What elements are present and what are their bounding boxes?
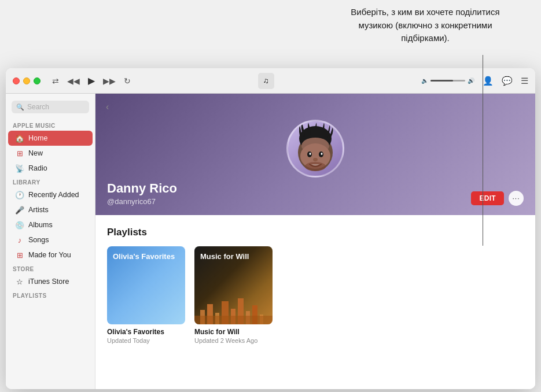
sidebar: 🔍 Search Apple Music 🏠 Home ⊞ New 📡 Radi… bbox=[6, 94, 95, 389]
songs-icon: ♪ bbox=[15, 235, 24, 245]
sidebar-item-new[interactable]: ⊞ New bbox=[8, 146, 93, 161]
prev-button[interactable]: ◀◀ bbox=[67, 76, 80, 86]
svg-point-8 bbox=[313, 158, 318, 161]
profile-handle: @dannyrico67 bbox=[107, 197, 177, 206]
sidebar-item-made-for-you[interactable]: ⊞ Made for You bbox=[8, 247, 93, 262]
titlebar-center: ♫ bbox=[258, 73, 284, 89]
main-window: ⇄ ◀◀ ▶ ▶▶ ↻ ♫ 🔈 🔊 👤 💬 ☰ bbox=[6, 68, 535, 389]
sidebar-item-new-label: New bbox=[28, 149, 43, 157]
new-icon: ⊞ bbox=[15, 149, 24, 158]
volume-high-icon: 🔊 bbox=[468, 77, 474, 84]
svg-point-9 bbox=[305, 162, 326, 171]
person-icon[interactable]: 👤 bbox=[483, 76, 494, 86]
sidebar-item-radio[interactable]: 📡 Radio bbox=[8, 161, 93, 176]
search-placeholder: Search bbox=[27, 103, 49, 111]
volume-control[interactable]: 🔈 🔊 bbox=[421, 77, 474, 84]
minimize-button[interactable] bbox=[23, 77, 30, 84]
annotation-text: Виберіть, з ким ви хочете поділитися муз… bbox=[333, 0, 518, 51]
music-note-button[interactable]: ♫ bbox=[258, 73, 274, 89]
svg-rect-19 bbox=[194, 316, 273, 324]
playlists-section: Playlists Olivia's Favorites Olivia's Fa… bbox=[95, 215, 535, 356]
olivia-title-text: Olivia's Favorites bbox=[113, 252, 175, 262]
sidebar-item-radio-label: Radio bbox=[28, 164, 47, 172]
sidebar-item-artists[interactable]: 🎤 Artists bbox=[8, 202, 93, 217]
playlist-thumb-music: Music for Will bbox=[194, 246, 273, 324]
back-button[interactable]: ‹ bbox=[101, 99, 113, 114]
main-area: 🔍 Search Apple Music 🏠 Home ⊞ New 📡 Radi… bbox=[6, 94, 535, 389]
itunes-store-icon: ☆ bbox=[15, 277, 24, 286]
profile-avatar-container bbox=[286, 120, 344, 177]
volume-slider[interactable] bbox=[430, 80, 465, 82]
made-for-you-icon: ⊞ bbox=[15, 250, 24, 260]
sidebar-item-songs[interactable]: ♪ Songs bbox=[8, 232, 93, 247]
close-button[interactable] bbox=[13, 77, 20, 84]
playlists-grid: Olivia's Favorites Olivia's Favorites Up… bbox=[107, 246, 524, 344]
volume-fill bbox=[430, 80, 453, 82]
sidebar-item-home[interactable]: 🏠 Home bbox=[8, 131, 93, 146]
sidebar-item-albums[interactable]: 💿 Albums bbox=[8, 217, 93, 232]
profile-header: Danny Rico @dannyrico67 EDIT ··· bbox=[95, 94, 535, 215]
sidebar-item-recently-added-label: Recently Added bbox=[28, 191, 79, 199]
play-button[interactable]: ▶ bbox=[88, 75, 95, 86]
olivias-favorites-updated: Updated Today bbox=[107, 337, 185, 344]
city-lights-svg bbox=[194, 287, 273, 324]
svg-point-7 bbox=[321, 153, 323, 155]
traffic-lights bbox=[13, 77, 41, 84]
profile-name: Danny Rico bbox=[107, 181, 177, 196]
sidebar-item-albums-label: Albums bbox=[28, 221, 53, 229]
sidebar-item-home-label: Home bbox=[28, 134, 47, 142]
search-icon: 🔍 bbox=[16, 103, 24, 111]
sidebar-section-apple-music: Apple Music bbox=[6, 119, 95, 131]
ellipsis-icon: ··· bbox=[512, 194, 520, 202]
playlist-card-olivias-favorites[interactable]: Olivia's Favorites Olivia's Favorites Up… bbox=[107, 246, 185, 344]
sidebar-section-playlists: Playlists bbox=[6, 289, 95, 301]
sidebar-item-artists-label: Artists bbox=[28, 206, 49, 214]
music-for-will-name: Music for Will bbox=[194, 328, 273, 336]
more-button[interactable]: ··· bbox=[509, 191, 524, 206]
sidebar-item-itunes-store-label: iTunes Store bbox=[28, 278, 69, 286]
annotation-line bbox=[483, 55, 483, 246]
maximize-button[interactable] bbox=[34, 77, 41, 84]
sidebar-section-store: Store bbox=[6, 262, 95, 274]
profile-actions: EDIT ··· bbox=[471, 191, 524, 206]
playlists-title: Playlists bbox=[107, 227, 524, 238]
sidebar-section-library: Library bbox=[6, 176, 95, 187]
playlist-thumbnail-olivias-favorites: Olivia's Favorites bbox=[107, 246, 185, 324]
next-button[interactable]: ▶▶ bbox=[103, 76, 116, 86]
sidebar-item-recently-added[interactable]: 🕐 Recently Added bbox=[8, 187, 93, 202]
music-for-will-title-text: Music for Will bbox=[200, 252, 249, 262]
playlist-thumb-olivia: Olivia's Favorites bbox=[107, 246, 185, 324]
memoji-svg bbox=[289, 123, 341, 175]
volume-low-icon: 🔈 bbox=[421, 77, 428, 84]
titlebar: ⇄ ◀◀ ▶ ▶▶ ↻ ♫ 🔈 🔊 👤 💬 ☰ bbox=[6, 68, 535, 94]
repeat-button[interactable]: ↻ bbox=[124, 76, 131, 86]
sidebar-item-made-for-you-label: Made for You bbox=[28, 251, 71, 259]
sidebar-item-itunes-store[interactable]: ☆ iTunes Store bbox=[8, 274, 93, 289]
playlist-card-music-for-will[interactable]: Music for Will bbox=[194, 246, 273, 344]
recently-added-icon: 🕐 bbox=[15, 190, 24, 199]
content-pane: ‹ bbox=[95, 94, 535, 389]
music-for-will-updated: Updated 2 Weeks Ago bbox=[194, 337, 273, 344]
list-icon[interactable]: ☰ bbox=[521, 76, 528, 86]
speech-bubble-icon[interactable]: 💬 bbox=[502, 76, 513, 86]
radio-icon: 📡 bbox=[15, 164, 24, 173]
home-icon: 🏠 bbox=[15, 134, 24, 143]
avatar bbox=[286, 120, 344, 177]
titlebar-right: 🔈 🔊 👤 💬 ☰ bbox=[421, 76, 528, 86]
sidebar-item-songs-label: Songs bbox=[28, 236, 49, 244]
artists-icon: 🎤 bbox=[15, 205, 24, 215]
svg-point-6 bbox=[310, 153, 311, 155]
edit-button[interactable]: EDIT bbox=[471, 191, 504, 205]
shuffle-button[interactable]: ⇄ bbox=[52, 76, 59, 86]
profile-info: Danny Rico @dannyrico67 bbox=[107, 181, 177, 206]
albums-icon: 💿 bbox=[15, 220, 24, 230]
olivias-favorites-name: Olivia's Favorites bbox=[107, 328, 185, 336]
search-bar[interactable]: 🔍 Search bbox=[12, 101, 89, 113]
playlist-thumbnail-music-for-will: Music for Will bbox=[194, 246, 273, 324]
playback-controls: ⇄ ◀◀ ▶ ▶▶ ↻ bbox=[52, 75, 131, 86]
